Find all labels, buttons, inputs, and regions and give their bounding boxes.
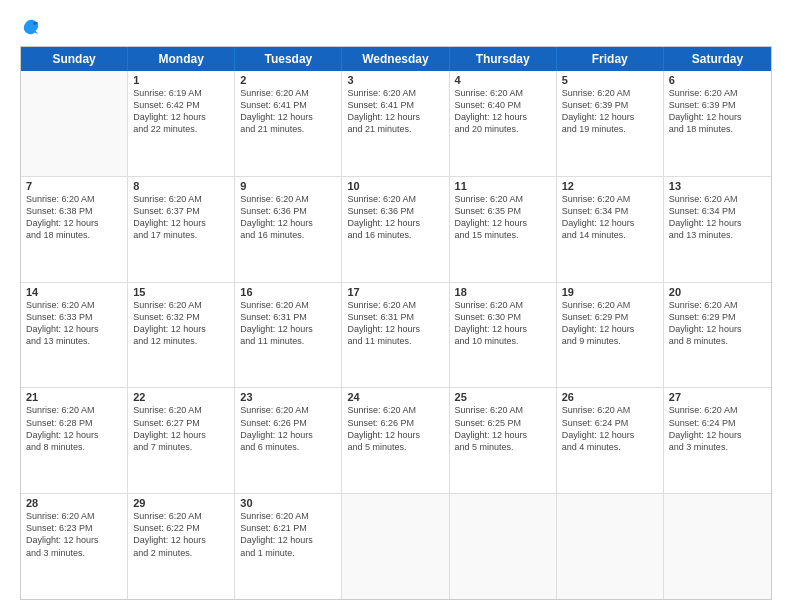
day-info: Sunrise: 6:20 AM Sunset: 6:27 PM Dayligh… (133, 404, 229, 453)
day-cell-21: 21Sunrise: 6:20 AM Sunset: 6:28 PM Dayli… (21, 388, 128, 493)
day-info: Sunrise: 6:19 AM Sunset: 6:42 PM Dayligh… (133, 87, 229, 136)
day-info: Sunrise: 6:20 AM Sunset: 6:34 PM Dayligh… (562, 193, 658, 242)
day-info: Sunrise: 6:20 AM Sunset: 6:30 PM Dayligh… (455, 299, 551, 348)
empty-cell-4-4 (450, 494, 557, 599)
day-number: 24 (347, 391, 443, 403)
day-cell-15: 15Sunrise: 6:20 AM Sunset: 6:32 PM Dayli… (128, 283, 235, 388)
empty-cell-4-5 (557, 494, 664, 599)
day-number: 15 (133, 286, 229, 298)
day-info: Sunrise: 6:20 AM Sunset: 6:26 PM Dayligh… (240, 404, 336, 453)
day-cell-23: 23Sunrise: 6:20 AM Sunset: 6:26 PM Dayli… (235, 388, 342, 493)
day-info: Sunrise: 6:20 AM Sunset: 6:24 PM Dayligh… (562, 404, 658, 453)
day-number: 1 (133, 74, 229, 86)
calendar-row-1: 1Sunrise: 6:19 AM Sunset: 6:42 PM Daylig… (21, 71, 771, 177)
day-number: 3 (347, 74, 443, 86)
day-info: Sunrise: 6:20 AM Sunset: 6:23 PM Dayligh… (26, 510, 122, 559)
day-info: Sunrise: 6:20 AM Sunset: 6:34 PM Dayligh… (669, 193, 766, 242)
day-info: Sunrise: 6:20 AM Sunset: 6:38 PM Dayligh… (26, 193, 122, 242)
day-number: 25 (455, 391, 551, 403)
header-friday: Friday (557, 47, 664, 71)
day-cell-12: 12Sunrise: 6:20 AM Sunset: 6:34 PM Dayli… (557, 177, 664, 282)
day-number: 2 (240, 74, 336, 86)
day-info: Sunrise: 6:20 AM Sunset: 6:39 PM Dayligh… (669, 87, 766, 136)
day-info: Sunrise: 6:20 AM Sunset: 6:41 PM Dayligh… (240, 87, 336, 136)
day-cell-2: 2Sunrise: 6:20 AM Sunset: 6:41 PM Daylig… (235, 71, 342, 176)
day-cell-26: 26Sunrise: 6:20 AM Sunset: 6:24 PM Dayli… (557, 388, 664, 493)
day-cell-25: 25Sunrise: 6:20 AM Sunset: 6:25 PM Dayli… (450, 388, 557, 493)
header-thursday: Thursday (450, 47, 557, 71)
day-cell-10: 10Sunrise: 6:20 AM Sunset: 6:36 PM Dayli… (342, 177, 449, 282)
day-number: 7 (26, 180, 122, 192)
empty-cell-0-0 (21, 71, 128, 176)
day-number: 11 (455, 180, 551, 192)
day-cell-5: 5Sunrise: 6:20 AM Sunset: 6:39 PM Daylig… (557, 71, 664, 176)
day-info: Sunrise: 6:20 AM Sunset: 6:28 PM Dayligh… (26, 404, 122, 453)
calendar-row-3: 14Sunrise: 6:20 AM Sunset: 6:33 PM Dayli… (21, 283, 771, 389)
day-cell-19: 19Sunrise: 6:20 AM Sunset: 6:29 PM Dayli… (557, 283, 664, 388)
day-number: 17 (347, 286, 443, 298)
day-number: 6 (669, 74, 766, 86)
day-cell-11: 11Sunrise: 6:20 AM Sunset: 6:35 PM Dayli… (450, 177, 557, 282)
day-info: Sunrise: 6:20 AM Sunset: 6:35 PM Dayligh… (455, 193, 551, 242)
header-wednesday: Wednesday (342, 47, 449, 71)
day-number: 4 (455, 74, 551, 86)
day-cell-18: 18Sunrise: 6:20 AM Sunset: 6:30 PM Dayli… (450, 283, 557, 388)
day-number: 9 (240, 180, 336, 192)
day-number: 20 (669, 286, 766, 298)
day-number: 19 (562, 286, 658, 298)
logo-bird-icon (22, 18, 40, 36)
day-info: Sunrise: 6:20 AM Sunset: 6:36 PM Dayligh… (347, 193, 443, 242)
day-info: Sunrise: 6:20 AM Sunset: 6:40 PM Dayligh… (455, 87, 551, 136)
day-cell-6: 6Sunrise: 6:20 AM Sunset: 6:39 PM Daylig… (664, 71, 771, 176)
calendar-row-5: 28Sunrise: 6:20 AM Sunset: 6:23 PM Dayli… (21, 494, 771, 599)
day-number: 28 (26, 497, 122, 509)
day-cell-20: 20Sunrise: 6:20 AM Sunset: 6:29 PM Dayli… (664, 283, 771, 388)
day-info: Sunrise: 6:20 AM Sunset: 6:24 PM Dayligh… (669, 404, 766, 453)
calendar-header: SundayMondayTuesdayWednesdayThursdayFrid… (21, 47, 771, 71)
empty-cell-4-6 (664, 494, 771, 599)
day-cell-16: 16Sunrise: 6:20 AM Sunset: 6:31 PM Dayli… (235, 283, 342, 388)
day-number: 26 (562, 391, 658, 403)
day-info: Sunrise: 6:20 AM Sunset: 6:29 PM Dayligh… (669, 299, 766, 348)
day-number: 18 (455, 286, 551, 298)
day-cell-9: 9Sunrise: 6:20 AM Sunset: 6:36 PM Daylig… (235, 177, 342, 282)
day-number: 8 (133, 180, 229, 192)
day-cell-3: 3Sunrise: 6:20 AM Sunset: 6:41 PM Daylig… (342, 71, 449, 176)
day-info: Sunrise: 6:20 AM Sunset: 6:21 PM Dayligh… (240, 510, 336, 559)
calendar-row-2: 7Sunrise: 6:20 AM Sunset: 6:38 PM Daylig… (21, 177, 771, 283)
day-number: 23 (240, 391, 336, 403)
day-cell-27: 27Sunrise: 6:20 AM Sunset: 6:24 PM Dayli… (664, 388, 771, 493)
day-number: 27 (669, 391, 766, 403)
day-number: 12 (562, 180, 658, 192)
day-cell-22: 22Sunrise: 6:20 AM Sunset: 6:27 PM Dayli… (128, 388, 235, 493)
day-info: Sunrise: 6:20 AM Sunset: 6:31 PM Dayligh… (240, 299, 336, 348)
header-tuesday: Tuesday (235, 47, 342, 71)
day-cell-13: 13Sunrise: 6:20 AM Sunset: 6:34 PM Dayli… (664, 177, 771, 282)
day-cell-29: 29Sunrise: 6:20 AM Sunset: 6:22 PM Dayli… (128, 494, 235, 599)
day-info: Sunrise: 6:20 AM Sunset: 6:41 PM Dayligh… (347, 87, 443, 136)
day-info: Sunrise: 6:20 AM Sunset: 6:26 PM Dayligh… (347, 404, 443, 453)
header-saturday: Saturday (664, 47, 771, 71)
day-number: 14 (26, 286, 122, 298)
day-number: 5 (562, 74, 658, 86)
day-info: Sunrise: 6:20 AM Sunset: 6:33 PM Dayligh… (26, 299, 122, 348)
header-sunday: Sunday (21, 47, 128, 71)
day-number: 16 (240, 286, 336, 298)
day-number: 13 (669, 180, 766, 192)
day-cell-4: 4Sunrise: 6:20 AM Sunset: 6:40 PM Daylig… (450, 71, 557, 176)
calendar: SundayMondayTuesdayWednesdayThursdayFrid… (20, 46, 772, 600)
calendar-body: 1Sunrise: 6:19 AM Sunset: 6:42 PM Daylig… (21, 71, 771, 599)
day-info: Sunrise: 6:20 AM Sunset: 6:22 PM Dayligh… (133, 510, 229, 559)
calendar-row-4: 21Sunrise: 6:20 AM Sunset: 6:28 PM Dayli… (21, 388, 771, 494)
day-cell-17: 17Sunrise: 6:20 AM Sunset: 6:31 PM Dayli… (342, 283, 449, 388)
logo (20, 18, 40, 36)
empty-cell-4-3 (342, 494, 449, 599)
day-cell-30: 30Sunrise: 6:20 AM Sunset: 6:21 PM Dayli… (235, 494, 342, 599)
day-info: Sunrise: 6:20 AM Sunset: 6:36 PM Dayligh… (240, 193, 336, 242)
day-number: 30 (240, 497, 336, 509)
day-number: 10 (347, 180, 443, 192)
day-cell-8: 8Sunrise: 6:20 AM Sunset: 6:37 PM Daylig… (128, 177, 235, 282)
day-cell-28: 28Sunrise: 6:20 AM Sunset: 6:23 PM Dayli… (21, 494, 128, 599)
day-info: Sunrise: 6:20 AM Sunset: 6:25 PM Dayligh… (455, 404, 551, 453)
day-cell-7: 7Sunrise: 6:20 AM Sunset: 6:38 PM Daylig… (21, 177, 128, 282)
